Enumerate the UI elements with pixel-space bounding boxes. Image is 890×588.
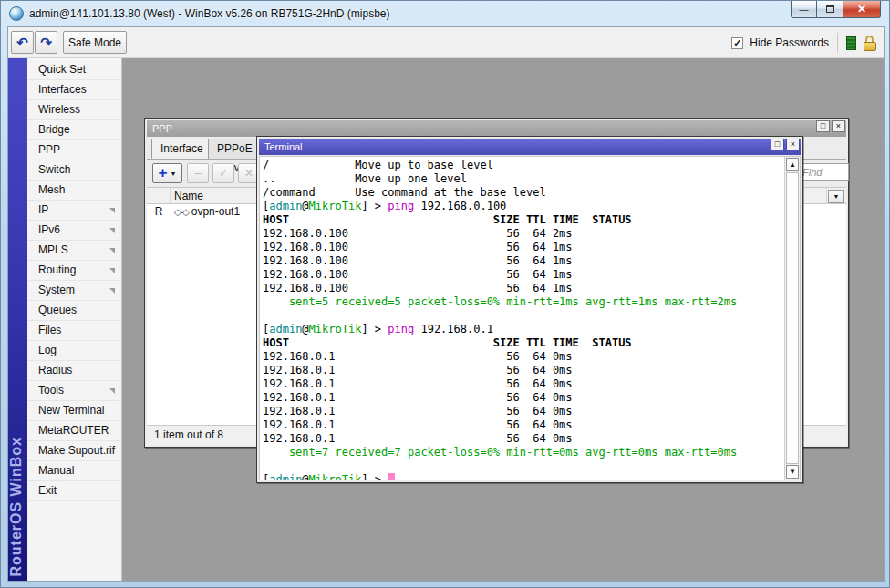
sidebar-item[interactable]: MPLS <box>27 241 121 261</box>
sidebar-item[interactable]: Quick Set <box>27 60 121 80</box>
enable-button[interactable]: ✓ <box>212 163 234 183</box>
submenu-arrow-icon <box>109 268 115 273</box>
sidebar-item-label: MetaROUTER <box>38 424 109 437</box>
terminal-line: sent=5 received=5 packet-loss=0% min-rtt… <box>263 295 783 309</box>
terminal-line: HOST SIZE TTL TIME STATUS <box>263 336 783 350</box>
terminal-line <box>263 459 783 473</box>
sidebar-item[interactable]: PPP <box>27 140 121 160</box>
find-input[interactable] <box>798 163 849 181</box>
undo-button[interactable]: ↶ <box>11 31 34 54</box>
sidebar-item-label: Files <box>38 324 61 336</box>
sidebar-menu: Quick Set Interfaces Wireless Bridge PPP <box>27 58 122 581</box>
sidebar-item[interactable]: Files <box>27 321 121 341</box>
winbox-app-icon <box>9 6 24 21</box>
minimize-button[interactable]: — <box>791 1 817 18</box>
tab-interface[interactable]: Interface <box>151 139 212 159</box>
sidebar-item[interactable]: Manual <box>27 461 121 481</box>
sidebar-item[interactable]: Queues <box>27 301 121 321</box>
column-divider <box>171 204 171 425</box>
sidebar-item[interactable]: Exit <box>27 481 121 501</box>
terminal-window: Terminal □ × / Move up to base level.. M… <box>256 136 803 483</box>
sidebar-item[interactable]: IP <box>27 201 121 221</box>
terminal-line: 192.168.0.1 56 64 0ms <box>263 364 783 377</box>
terminal-line: 192.168.0.1 56 64 0ms <box>263 350 783 364</box>
sidebar-item-label: Log <box>38 344 57 356</box>
session-indicator-icon <box>846 36 856 50</box>
terminal-scrollbar[interactable]: ▲ ▼ <box>784 157 800 480</box>
secure-lock-icon <box>863 36 876 50</box>
scroll-up-icon: ▲ <box>789 160 796 169</box>
checkmark-icon: ✓ <box>733 38 741 48</box>
terminal-close-button[interactable]: × <box>786 139 800 150</box>
sidebar-item[interactable]: Mesh <box>27 181 121 201</box>
sidebar-item[interactable]: Routing <box>27 261 121 281</box>
remove-button[interactable]: − <box>187 163 209 183</box>
terminal-line: 192.168.0.1 56 64 0ms <box>263 405 783 418</box>
redo-button[interactable]: ↷ <box>35 31 57 54</box>
terminal-line: / Move up to base level <box>263 159 783 172</box>
terminal-line: 192.168.0.100 56 64 2ms <box>263 227 783 241</box>
ppp-maximize-button[interactable]: □ <box>816 120 830 132</box>
remove-icon: − <box>194 166 202 181</box>
sidebar-item[interactable]: New Terminal <box>27 401 121 421</box>
scroll-up-button[interactable]: ▲ <box>786 158 799 171</box>
terminal-line: [admin@MikroTik] > ping 192.168.0.1 <box>263 323 783 336</box>
sidebar-item-label: PPP <box>38 143 60 156</box>
sidebar-item-label: System <box>38 284 75 296</box>
sidebar-item-label: Make Supout.rif <box>38 444 115 457</box>
column-select-button[interactable]: ▼ <box>828 190 844 203</box>
sidebar-item[interactable]: Log <box>27 341 121 361</box>
terminal-titlebar[interactable]: Terminal <box>259 139 801 155</box>
sidebar-item[interactable]: Radius <box>27 361 121 381</box>
hide-passwords-label: Hide Passwords <box>750 36 829 49</box>
enable-icon: ✓ <box>219 167 228 180</box>
sidebar-item-label: Radius <box>38 364 72 377</box>
sidebar-item[interactable]: Tools <box>27 381 121 401</box>
hide-passwords-checkbox[interactable]: ✓ <box>731 37 743 49</box>
sidebar-item[interactable]: Make Supout.rif <box>27 441 121 461</box>
add-button[interactable]: + ▼ <box>152 163 182 183</box>
sidebar-item[interactable]: Interfaces <box>27 80 121 100</box>
close-button[interactable]: ✕ <box>843 1 881 18</box>
sidebar-item[interactable]: Switch <box>27 160 121 181</box>
safe-mode-button[interactable]: Safe Mode <box>63 31 127 54</box>
routeros-winbox-brand: RouterOS WinBox <box>8 437 27 577</box>
toolbar-separator <box>837 33 838 53</box>
sidebar-item-label: Quick Set <box>38 63 86 76</box>
terminal-line: 192.168.0.100 56 64 1ms <box>263 282 783 295</box>
winbox-main-window: admin@141.101.13.80 (West) - WinBox v5.2… <box>0 0 890 588</box>
submenu-arrow-icon <box>109 208 115 213</box>
terminal-line: 192.168.0.1 56 64 0ms <box>263 377 783 391</box>
sidebar-item-label: Switch <box>38 163 70 176</box>
terminal-line: 192.168.0.1 56 64 0ms <box>263 432 783 446</box>
sidebar-item[interactable]: MetaROUTER <box>27 421 121 441</box>
sidebar-item[interactable]: IPv6 <box>27 221 121 241</box>
maximize-icon <box>826 5 834 13</box>
sidebar-item-label: Mesh <box>38 183 65 196</box>
ppp-close-button[interactable]: × <box>832 120 845 132</box>
flags-column-header[interactable] <box>147 188 171 204</box>
terminal-line: [admin@MikroTik] > ping 192.168.0.100 <box>263 200 783 213</box>
terminal-line: 192.168.0.100 56 64 1ms <box>263 254 783 268</box>
sidebar-item-label: Queues <box>38 304 77 316</box>
row-flags: R <box>147 204 171 220</box>
disable-icon: ✕ <box>244 167 254 180</box>
sidebar-item[interactable]: Bridge <box>27 120 121 140</box>
close-icon: ✕ <box>857 3 866 15</box>
main-toolbar: ↶ ↷ Safe Mode ✓ Hide Passwords <box>8 27 884 58</box>
sidebar-item-label: IP <box>38 203 48 216</box>
terminal-text[interactable]: / Move up to base level.. Move up one le… <box>263 157 783 480</box>
maximize-button[interactable] <box>817 1 843 18</box>
terminal-line: 192.168.0.1 56 64 0ms <box>263 391 783 405</box>
sidebar-item[interactable]: Wireless <box>27 100 121 120</box>
scroll-down-button[interactable]: ▼ <box>786 465 799 479</box>
sidebar-item[interactable]: System <box>27 281 121 301</box>
terminal-line <box>263 309 783 323</box>
ppp-titlebar[interactable]: PPP <box>147 120 846 137</box>
main-titlebar[interactable]: admin@141.101.13.80 (West) - WinBox v5.2… <box>1 1 889 26</box>
scrollbar-thumb[interactable] <box>786 172 799 464</box>
terminal-maximize-button[interactable]: □ <box>771 139 784 150</box>
brand-strip: RouterOS WinBox <box>8 58 27 581</box>
submenu-arrow-icon <box>109 388 115 394</box>
terminal-line: HOST SIZE TTL TIME STATUS <box>263 213 783 227</box>
